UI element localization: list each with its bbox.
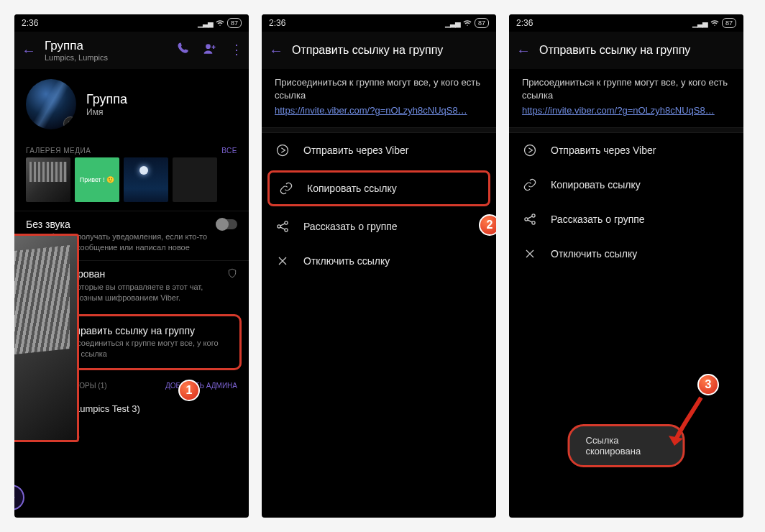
divider: [262, 127, 496, 133]
media-thumb[interactable]: Привет ! 🙂: [75, 157, 119, 202]
share-icon: [275, 219, 290, 234]
share-title: Отправить ссылку на группу: [63, 325, 195, 336]
send-icon: [275, 143, 290, 157]
status-bar: 2:36 ▁▃▅ 87: [262, 14, 496, 32]
battery-icon: 87: [227, 18, 242, 28]
invite-link[interactable]: https://invite.viber.com/?g=nOLzyh8cNUqS…: [262, 105, 496, 127]
media-thumb[interactable]: [124, 157, 168, 202]
option-label: Отправить через Viber: [303, 145, 408, 156]
link-icon: [278, 181, 294, 196]
header-title-block: Группа Lumpics, Lumpics: [45, 39, 170, 62]
gallery-label-row: ГАЛЕРЕЯ МЕДИА ВСЕ: [14, 142, 249, 157]
battery-icon: 87: [722, 18, 736, 28]
floating-media-preview[interactable]: 5:24: [14, 234, 79, 442]
media-thumb[interactable]: [26, 157, 70, 202]
callout-badge-1: 1: [178, 380, 200, 401]
header-subtitle: Lumpics, Lumpics: [45, 53, 170, 62]
mute-toggle[interactable]: [216, 219, 237, 229]
status-bar: 2:36 ▁▃▅ 87: [509, 14, 743, 32]
svg-point-9: [532, 214, 535, 217]
add-user-icon[interactable]: [203, 42, 217, 60]
link-icon: [522, 178, 538, 192]
svg-point-7: [525, 145, 536, 156]
phone-screen-2: 2:36 ▁▃▅ 87 ← Отправить ссылку на группу…: [262, 14, 496, 518]
send-icon: [522, 143, 538, 157]
media-gallery[interactable]: Привет ! 🙂: [14, 157, 249, 211]
call-icon[interactable]: [177, 42, 190, 60]
more-icon[interactable]: ⋮: [230, 42, 243, 60]
gallery-label: ГАЛЕРЕЯ МЕДИА: [26, 147, 91, 155]
info-text: Присоединиться к группе могут все, у ког…: [262, 69, 496, 105]
top-bar: ← Отправить ссылку на группу: [509, 32, 743, 69]
share-icon: [522, 212, 538, 226]
option-label: Рассказать о группе: [551, 214, 645, 225]
svg-point-6: [285, 229, 288, 231]
status-time: 2:36: [516, 18, 533, 28]
option-tell[interactable]: Рассказать о группе: [262, 209, 496, 244]
screen-title: Отправить ссылку на группу: [539, 44, 690, 57]
phone-screen-1: 2:36 ▁▃▅ 87 ← Группа Lumpics, Lumpics ⋮ …: [14, 14, 249, 518]
option-send-viber[interactable]: Отправить через Viber: [509, 133, 743, 168]
invite-link[interactable]: https://invite.viber.com/?g=nOLzyh8cNUqS…: [509, 105, 743, 127]
status-time: 2:36: [22, 18, 38, 28]
signal-icon: ▁▃▅: [445, 19, 460, 27]
svg-point-4: [278, 225, 280, 228]
shield-icon: [227, 268, 237, 280]
back-icon[interactable]: ←: [515, 42, 532, 59]
screen-title: Отправить ссылку на группу: [292, 44, 443, 57]
option-label: Отключить ссылку: [551, 248, 637, 260]
status-indicators: ▁▃▅ 87: [445, 18, 489, 28]
edit-avatar-icon[interactable]: ✎: [63, 116, 76, 129]
svg-point-8: [525, 218, 528, 221]
close-icon: [522, 247, 538, 261]
option-label: Отключить ссылку: [303, 255, 390, 267]
svg-point-3: [278, 145, 288, 156]
close-icon: [275, 254, 290, 268]
add-admin-link[interactable]: ДОБАВИТЬ АДМИНА: [165, 382, 237, 390]
phone-screen-3: 2:36 ▁▃▅ 87 ← Отправить ссылку на группу…: [509, 14, 743, 518]
top-actions: ⋮: [177, 42, 243, 60]
share-link-text: Отправить ссылку на группу Присоединитьс…: [63, 325, 229, 359]
wifi-icon: [710, 19, 719, 27]
group-avatar[interactable]: ✎: [26, 79, 76, 129]
toast-link-copied: Ссылка скопирована: [568, 424, 685, 467]
back-icon[interactable]: ←: [267, 42, 285, 59]
top-bar: ← Группа Lumpics, Lumpics ⋮: [14, 32, 249, 69]
status-bar: 2:36 ▁▃▅ 87: [14, 14, 249, 32]
top-bar: ← Отправить ссылку на группу: [262, 32, 496, 69]
battery-icon: 87: [475, 18, 489, 28]
play-button-icon[interactable]: [14, 485, 24, 510]
option-label: Копировать ссылку: [307, 183, 397, 194]
option-send-viber[interactable]: Отправить через Viber: [262, 133, 496, 168]
mute-title: Без звука: [26, 219, 70, 230]
option-tell[interactable]: Рассказать о группе: [509, 202, 743, 237]
signal-icon: ▁▃▅: [198, 19, 213, 27]
option-disable[interactable]: Отключить ссылку: [262, 244, 496, 278]
option-label: Рассказать о группе: [303, 221, 398, 232]
divider: [509, 127, 743, 133]
group-header: ✎ Группа Имя: [14, 69, 249, 142]
status-time: 2:36: [269, 18, 285, 28]
callout-badge-2: 2: [479, 214, 496, 236]
option-copy-link[interactable]: Копировать ссылку: [267, 170, 490, 206]
option-label: Копировать ссылку: [551, 179, 641, 191]
signal-icon: ▁▃▅: [692, 19, 707, 27]
status-indicators: ▁▃▅ 87: [198, 18, 242, 28]
callout-badge-3: 3: [697, 374, 719, 395]
option-copy-link[interactable]: Копировать ссылку: [509, 168, 743, 202]
header-title: Группа: [45, 39, 170, 53]
info-text: Присоединиться к группе могут все, у ког…: [509, 69, 743, 105]
status-indicators: ▁▃▅ 87: [692, 18, 736, 28]
option-disable[interactable]: Отключить ссылку: [509, 237, 743, 271]
wifi-icon: [216, 19, 224, 27]
gallery-all-link[interactable]: ВСЕ: [221, 147, 237, 155]
group-name: Группа: [86, 92, 127, 107]
share-desc: Присоединиться к группе могут все, у ког…: [63, 338, 229, 359]
svg-point-5: [285, 221, 288, 224]
group-name-sub: Имя: [86, 107, 127, 117]
svg-point-0: [206, 44, 211, 49]
media-thumb[interactable]: [173, 157, 217, 202]
group-name-block: Группа Имя: [86, 92, 127, 117]
wifi-icon: [463, 19, 472, 27]
back-icon[interactable]: ←: [20, 42, 37, 59]
